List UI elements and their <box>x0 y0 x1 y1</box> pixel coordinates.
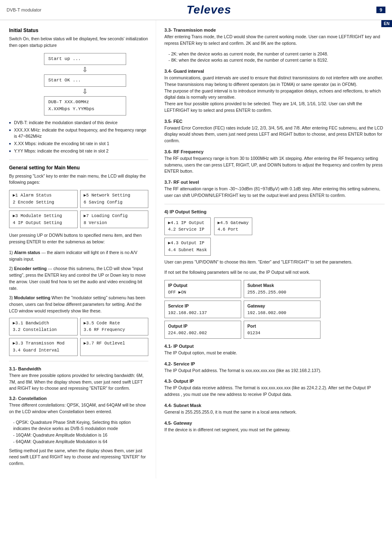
fec-text: Forward Error Correction (FEC) rates inc… <box>164 125 385 144</box>
const-dash-3: - 64QAM: Quadrature Amplitude Modulation… <box>13 439 148 445</box>
bullet-item: Y.YY Mbps: indicate the encoding bit rat… <box>9 148 148 155</box>
const-dash-1: - QPSK: Quadrature Phase Shift Keying, S… <box>13 419 148 432</box>
lcd-box-startok: Start OK ... <box>44 74 126 87</box>
trans-dash-1: - 2K: when the device works as current m… <box>168 51 385 58</box>
rf-frequency-text: The RF output frequency range is from 30… <box>164 155 385 175</box>
arrow-down-1: ⇩ <box>82 66 88 74</box>
mod-box-3: ▶3.3 Transmisson Mod 3.4 Guard Interval <box>9 338 78 356</box>
ip-menu-box-41-42: ▶4.1 IP Output 4.2 Service IP <box>164 217 211 236</box>
constellation-section: 3.2- Constellation Three different const… <box>9 396 148 467</box>
output-ip-43-text: The IP Output data receive address. The … <box>164 385 385 398</box>
guard-interval-text: In communications, guard intervals are u… <box>164 75 385 114</box>
right-column: EN 3.3- Transmission mode After entering… <box>156 20 392 479</box>
output-ip-43-section: 4.3- Output IP The IP Output data receiv… <box>164 379 385 398</box>
const-dash-2: - 16QAM: Quadrature Amplitude Modulation… <box>13 432 148 439</box>
main-content: Initial Status Switch On, then below sta… <box>0 20 392 479</box>
header-title: DVB-T modulator <box>7 7 42 12</box>
transmission-mode-section: 3.3- Transmission mode After entering Tr… <box>164 28 385 64</box>
param-grid: IP Output OFF ▶ON Subnet Mask 255.255.25… <box>164 280 321 339</box>
gateway-45-title: 4.5- Gateway <box>164 421 385 426</box>
general-setting-body: By pressing "Lock" key to enter the main… <box>9 173 148 186</box>
subnet-mask-44-section: 4.4- Subnet Mask General is 255.255.255.… <box>164 403 385 416</box>
general-setting-section: General setting for Main Menu By pressin… <box>9 165 148 356</box>
rf-out-level-text: The RF attenuation range is from -30~-10… <box>164 186 385 199</box>
ip-menu-container: ▶4.1 IP Output 4.2 Service IP ▶4.3 Outpu… <box>164 217 385 256</box>
left-column: Initial Status Switch On, then below sta… <box>0 20 156 479</box>
bullet-item: XXX.XX MHz: indicate the output frequenc… <box>9 127 148 140</box>
param-box-service-ip: Service IP 192.168.002.137 <box>164 301 241 319</box>
ip-menu-box-45-46: ▶4.5 Gateway 4.6 Port <box>214 217 253 236</box>
param-box-gateway: Gateway 192.168.002.000 <box>244 301 321 319</box>
param-box-subnet: Subnet Mask 255.255.255.000 <box>244 280 321 298</box>
guard-interval-title: 3.4- Guard interval <box>164 69 385 74</box>
menu-item-1: ▶1 Alarm Status 2 Encode Setting <box>9 190 78 208</box>
rf-out-level-section: 3.7- RF out level The RF attenuation ran… <box>164 180 385 199</box>
rf-frequency-section: 3.6- RF Frequency The RF output frequenc… <box>164 149 385 175</box>
ip-output-41-section: 4.1- IP Output The IP Output option, mus… <box>164 344 385 356</box>
lcd-box-main: DUB-T XXX.00MHz X.XXMbps Y.YYMbps <box>44 96 126 116</box>
bullet-item: DVB-T: indicate the modulation standard … <box>9 120 148 126</box>
guard-interval-section: 3.4- Guard interval In communications, g… <box>164 69 385 114</box>
numbered-item-1: 1) Alarm status --- the alarm indicator … <box>9 250 148 263</box>
logo: Televes <box>187 3 231 16</box>
ip-user-text: User can press "UP/DOWN" to choose this … <box>164 259 385 266</box>
gateway-45-text: If the device is in different net segmen… <box>164 427 385 433</box>
mod-grid: ▶3.1 Bandwidth 3.2 Constellation ▶3.5 Co… <box>9 318 148 356</box>
ip-menu-right: ▶4.5 Gateway 4.6 Port <box>214 217 253 256</box>
ip-output-setting-section: 4) IP Output Setting ▶4.1 IP Output 4.2 … <box>164 209 385 339</box>
initial-status-section: Initial Status Switch On, then below sta… <box>9 28 148 155</box>
gateway-45-section: 4.5- Gateway If the device is in differe… <box>164 421 385 433</box>
bullet-list: DVB-T: indicate the modulation standard … <box>9 120 148 155</box>
constellation-text: Three different constellations: QPSK, 16… <box>9 402 148 415</box>
output-ip-43-title: 4.3- Output IP <box>164 379 385 384</box>
numbered-item-3: 3) Modulator setting When the "modulator… <box>9 295 148 314</box>
mod-box-2: ▶3.5 Code Rate 3.6 RF Frequency <box>80 318 149 336</box>
mod-box-4: ▶3.7 RF Outlevel <box>80 338 149 356</box>
initial-status-body: Switch On, then below status will be dis… <box>9 36 148 49</box>
menu-grid: ▶1 Alarm Status 2 Encode Setting ▶5 Netw… <box>9 190 148 228</box>
page-header: DVB-T modulator Televes 9 <box>0 0 392 20</box>
rf-frequency-title: 3.6- RF Frequency <box>164 149 385 154</box>
param-box-output-ip: Output IP 224.002.002.002 <box>164 321 241 339</box>
service-ip-42-text: The IP Output Port address. The format i… <box>164 368 385 374</box>
ip-menu-box-43-44: ▶4.3 Output IP 4.4 Subnet Mask <box>164 238 211 256</box>
ip-output-41-text: The IP Output option, must be enable. <box>164 350 385 356</box>
ip-output-setting-title: 4) IP Output Setting <box>164 209 385 214</box>
subnet-mask-44-text: General is 255.255.255.0, it is must the… <box>164 409 385 416</box>
service-ip-42-section: 4.2- Service IP The IP Output Port addre… <box>164 361 385 374</box>
arrow-down-2: ⇩ <box>82 88 88 95</box>
rf-out-level-title: 3.7- RF out level <box>164 180 385 185</box>
general-setting-title: General setting for Main Menu <box>9 165 148 171</box>
page-number: 9 <box>376 7 385 13</box>
bandwidth-text: There are three possible options provide… <box>9 372 148 392</box>
constellation-title: 3.2- Constellation <box>9 396 148 401</box>
lcd-box-startup: Start up ... <box>44 53 126 65</box>
fec-section: 3.5- FEC Forward Error Correction (FEC) … <box>164 119 385 144</box>
service-ip-42-title: 4.2- Service IP <box>164 361 385 366</box>
menu-item-2: ▶5 Network Setting 6 Saving Config <box>80 190 149 208</box>
menu-item-3: ▶3 Modulate Setting 4 IP Output Setting <box>9 210 78 229</box>
subnet-mask-44-title: 4.4- Subnet Mask <box>164 403 385 408</box>
initial-status-title: Initial Status <box>9 28 148 33</box>
ip-warning-text: If not set the following parameters will… <box>164 269 385 276</box>
menu-item-4: ▶7 Loading Config 8 Version <box>80 210 149 229</box>
param-box-ip-output: IP Output OFF ▶ON <box>164 280 241 298</box>
transmission-mode-text: After entering Trans mode, the LCD would… <box>164 34 385 47</box>
transmission-mode-title: 3.3- Transmission mode <box>164 28 385 32</box>
press-text: User pressing UP or DOWN buttons to spec… <box>9 232 148 245</box>
constellation-text2: Setting method just the same, when the d… <box>9 448 148 467</box>
param-box-port: Port 01234 <box>244 321 321 339</box>
mod-box-1: ▶3.1 Bandwidth 3.2 Constellation <box>9 318 78 336</box>
bandwidth-section: 3.1- Bandwidth There are three possible … <box>9 366 148 392</box>
en-badge: EN <box>381 20 392 27</box>
fec-title: 3.5- FEC <box>164 119 385 124</box>
numbered-item-2: 2) Encoder setting --- choose this subme… <box>9 266 148 291</box>
ip-output-41-title: 4.1- IP Output <box>164 344 385 349</box>
ip-menu-left: ▶4.1 IP Output 4.2 Service IP ▶4.3 Outpu… <box>164 217 211 256</box>
bandwidth-title: 3.1- Bandwidth <box>9 366 148 371</box>
trans-dash-2: - 8K: when the device works as current m… <box>168 57 385 64</box>
lcd-container: Start up ... ⇩ Start OK ... ⇩ DUB-T XXX.… <box>21 53 148 116</box>
bullet-item: X.XX Mbps: indicate the encoding bit rat… <box>9 141 148 147</box>
